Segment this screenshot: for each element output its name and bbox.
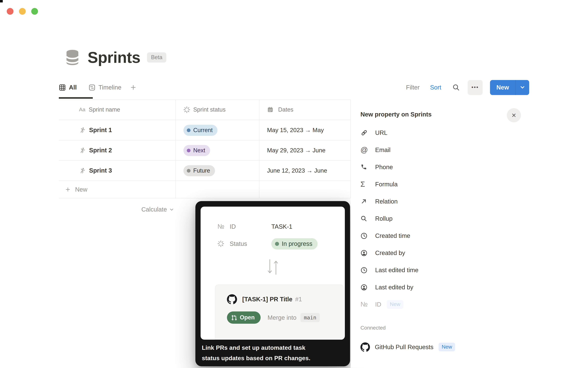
sort-button[interactable]: Sort [430, 84, 441, 91]
property-label: № ID [217, 223, 271, 230]
calculate-button[interactable]: Calculate [125, 206, 174, 213]
close-icon: ✕ [511, 112, 516, 119]
more-options-button[interactable]: ••• [468, 80, 483, 95]
zoom-window-button[interactable] [31, 8, 38, 15]
phone-icon [360, 164, 371, 170]
status-label: Next [193, 147, 205, 154]
sync-arrows-icon [264, 258, 281, 276]
property-type-rollup[interactable]: Rollup [360, 210, 582, 227]
filter-button[interactable]: Filter [406, 84, 419, 91]
runner-icon [79, 147, 86, 154]
property-type-formula[interactable]: Σ Formula [360, 176, 582, 193]
new-row-button[interactable]: + New [59, 181, 351, 198]
connected-item-label: GitHub Pull Requests [375, 343, 433, 350]
cell-sprint-status[interactable]: Next [176, 145, 259, 156]
page-title: Sprints [88, 48, 140, 66]
connected-github-pull-requests[interactable]: GitHub Pull Requests New [360, 338, 455, 356]
person-icon [360, 249, 371, 257]
column-divider [259, 100, 259, 198]
timeline-view-icon [88, 84, 95, 91]
table-row: Sprint 2 Next May 29, 2023 → June [59, 140, 351, 161]
new-row-label: New [75, 186, 87, 193]
property-type-phone[interactable]: Phone [360, 158, 582, 176]
cell-sprint-name[interactable]: Sprint 1 [59, 127, 176, 134]
cell-sprint-status[interactable]: Current [176, 125, 259, 136]
status-pill[interactable]: Future [183, 165, 215, 176]
pull-request-icon [231, 315, 237, 321]
link-icon [360, 129, 371, 136]
property-type-label: Formula [375, 181, 398, 188]
new-record-button[interactable]: New [490, 80, 516, 95]
screen-corner-notch [0, 0, 3, 2]
runner-icon [79, 167, 86, 174]
tab-timeline-view[interactable]: Timeline [88, 84, 121, 91]
cell-sprint-name[interactable]: Sprint 3 [59, 167, 176, 174]
table-row: Sprint 3 Future June 12, 2023 → June [59, 161, 351, 181]
cell-sprint-name[interactable]: Sprint 2 [59, 147, 176, 154]
date-range: May 29, 2023 → June [267, 147, 326, 154]
new-record-split-button: New [490, 80, 529, 95]
sprint-name-link[interactable]: Sprint 2 [89, 147, 112, 154]
column-header-sprint-name[interactable]: Aa Sprint name [59, 106, 176, 113]
status-label: Current [193, 127, 213, 134]
at-icon: @ [360, 146, 371, 154]
status-pill[interactable]: Next [183, 145, 210, 156]
close-panel-button[interactable]: ✕ [507, 108, 521, 122]
property-type-label: Last edited time [375, 267, 418, 274]
new-property-panel: New property on Sprints ✕ URL @ Ema [351, 100, 588, 368]
property-type-label: Rollup [375, 215, 392, 222]
active-tab-underline [59, 97, 93, 99]
new-record-dropdown-button[interactable] [516, 80, 529, 95]
cell-dates[interactable]: May 29, 2023 → June [259, 147, 351, 154]
pr-meta-row: Open Merge into main [227, 312, 344, 324]
column-header-sprint-status[interactable]: Sprint status [176, 106, 259, 113]
text-property-icon: Aa [79, 107, 85, 113]
search-button[interactable] [452, 84, 460, 91]
minimize-window-button[interactable] [19, 8, 26, 15]
property-type-relation[interactable]: Relation [360, 193, 582, 210]
property-type-url[interactable]: URL [360, 124, 582, 141]
status-dot [187, 169, 190, 172]
status-dot [187, 148, 190, 152]
status-label: Status [230, 240, 247, 247]
property-type-id[interactable]: № ID New [360, 296, 582, 313]
cell-dates[interactable]: June 12, 2023 → June [259, 167, 351, 174]
sprint-name-link[interactable]: Sprint 1 [89, 127, 112, 134]
new-badge: New [438, 343, 455, 351]
cell-sprint-status[interactable]: Future [176, 165, 259, 176]
property-type-label: ID [375, 301, 381, 308]
id-label: ID [230, 223, 236, 230]
cell-dates[interactable]: May 15, 2023 → May [259, 127, 351, 134]
close-window-button[interactable] [7, 8, 13, 15]
search-icon [452, 84, 460, 91]
property-type-last-edited-time[interactable]: Last edited time [360, 261, 582, 279]
property-type-label: Created time [375, 232, 410, 239]
property-type-last-edited-by[interactable]: Last edited by [360, 279, 582, 296]
status-pill[interactable]: Current [183, 125, 218, 136]
view-toolbar: All Timeline + Filter Sort ••• New [59, 80, 529, 95]
tab-all-view[interactable]: All [59, 84, 77, 91]
person-icon [360, 284, 371, 291]
property-type-created-time[interactable]: Created time [360, 227, 582, 244]
table-row: Sprint 1 Current May 15, 2023 → May [59, 120, 351, 140]
caption-line: Link PRs and set up automated task [202, 342, 345, 353]
database-icon[interactable] [65, 49, 80, 66]
table-view-icon [59, 84, 66, 91]
date-range: May 15, 2023 → May [267, 127, 324, 133]
property-type-label: URL [375, 129, 387, 136]
id-property-row: № ID TASK-1 [217, 220, 345, 234]
add-view-button[interactable]: + [131, 83, 136, 92]
chevron-down-icon [169, 207, 174, 212]
sprint-name-link[interactable]: Sprint 3 [89, 167, 112, 174]
table-header-row: Aa Sprint name Sprint status [59, 100, 351, 120]
column-label: Sprint name [89, 106, 120, 113]
caption-line: status updates based on PR changes. [202, 353, 345, 363]
property-type-label: Email [375, 146, 391, 153]
property-type-created-by[interactable]: Created by [360, 244, 582, 261]
tooltip-caption: Link PRs and set up automated task statu… [202, 342, 345, 363]
property-type-email[interactable]: @ Email [360, 141, 582, 158]
merge-into-text: Merge into [267, 314, 296, 321]
column-header-dates[interactable]: Dates [259, 106, 351, 113]
column-divider [176, 100, 176, 198]
clock-icon [360, 232, 371, 239]
